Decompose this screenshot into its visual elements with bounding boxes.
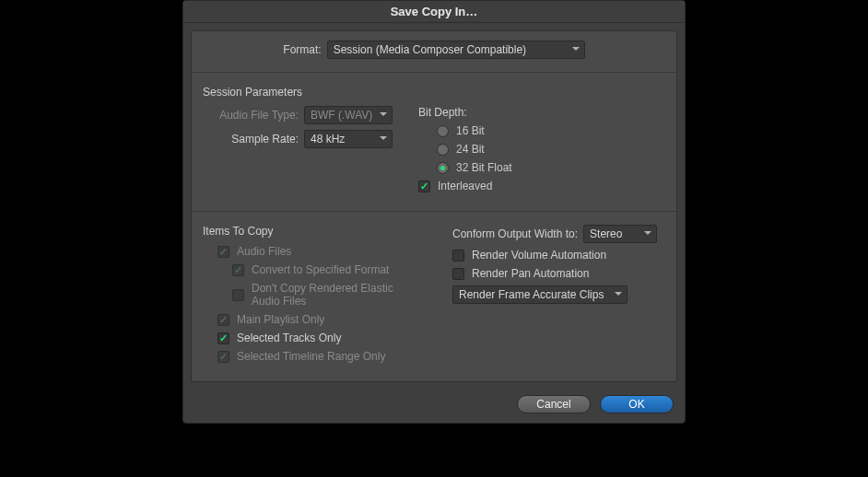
render-volume-label: Render Volume Automation	[472, 249, 606, 262]
interleaved-label: Interleaved	[438, 180, 492, 192]
audio-files-checkbox	[217, 246, 229, 258]
bit-depth-32float-label: 32 Bit Float	[456, 161, 512, 174]
bit-depth-24-radio[interactable]	[437, 144, 449, 156]
bit-depth-16-radio[interactable]	[437, 125, 449, 137]
render-pan-label: Render Pan Automation	[472, 267, 589, 280]
divider	[192, 72, 676, 73]
audio-file-type-dropdown: BWF (.WAV)	[304, 106, 393, 124]
save-copy-in-dialog: Save Copy In… Format: Session (Media Com…	[182, 0, 686, 424]
conform-width-label: Conform Output Width to:	[452, 227, 578, 240]
conform-width-dropdown[interactable]: Stereo	[583, 225, 657, 243]
selected-tracks-label: Selected Tracks Only	[237, 332, 341, 344]
divider	[192, 211, 676, 212]
bit-depth-label: Bit Depth:	[418, 106, 665, 119]
dialog-title: Save Copy In…	[183, 1, 685, 23]
render-pan-checkbox[interactable]	[452, 268, 464, 280]
bit-depth-24-label: 24 Bit	[456, 143, 485, 156]
bit-depth-32float-radio[interactable]	[437, 162, 449, 174]
convert-format-checkbox	[232, 264, 244, 276]
selected-timeline-label: Selected Timeline Range Only	[237, 350, 385, 363]
format-label: Format:	[283, 43, 321, 56]
main-playlist-label: Main Playlist Only	[237, 313, 324, 326]
dialog-buttons: Cancel OK	[183, 390, 685, 423]
ok-button[interactable]: OK	[600, 395, 674, 413]
main-playlist-checkbox	[217, 314, 229, 326]
format-dropdown[interactable]: Session (Media Composer Compatible)	[327, 41, 585, 59]
bit-depth-16-label: 16 Bit	[456, 124, 485, 137]
dialog-body: Format: Session (Media Composer Compatib…	[191, 30, 677, 382]
audio-files-label: Audio Files	[237, 245, 291, 258]
session-parameters-title: Session Parameters	[203, 86, 665, 99]
dont-copy-elastic-checkbox	[232, 289, 244, 301]
dont-copy-elastic-label: Don't Copy Rendered Elastic Audio Files	[252, 282, 416, 308]
render-frame-dropdown[interactable]: Render Frame Accurate Clips	[452, 285, 628, 304]
sample-rate-dropdown[interactable]: 48 kHz	[304, 130, 393, 148]
audio-file-type-label: Audio File Type:	[203, 109, 299, 122]
selected-timeline-checkbox	[217, 351, 229, 363]
selected-tracks-checkbox[interactable]	[217, 332, 229, 344]
items-to-copy-title: Items To Copy	[203, 225, 416, 238]
interleaved-checkbox[interactable]	[418, 180, 430, 192]
sample-rate-label: Sample Rate:	[203, 133, 299, 145]
render-volume-checkbox[interactable]	[452, 250, 464, 262]
cancel-button[interactable]: Cancel	[517, 395, 591, 413]
convert-format-label: Convert to Specified Format	[252, 263, 389, 276]
